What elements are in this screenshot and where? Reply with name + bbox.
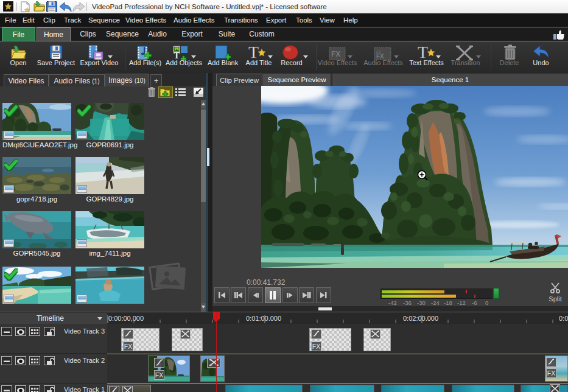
svg-text:FX: FX (331, 50, 340, 58)
svg-text:T: T (418, 44, 428, 61)
svg-text:T: T (248, 44, 259, 61)
